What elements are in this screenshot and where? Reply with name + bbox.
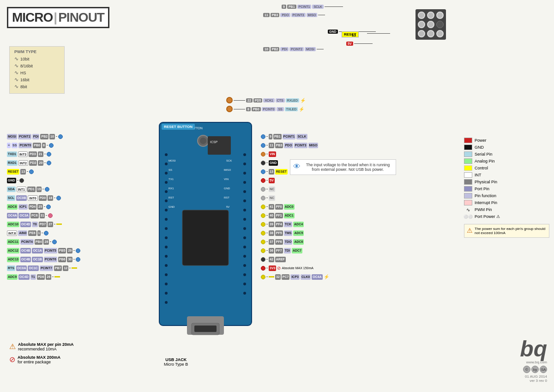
pwm-label-3: HS bbox=[20, 71, 26, 75]
top-5v-label: 5V bbox=[346, 42, 353, 46]
svg-text:RX1: RX1 bbox=[169, 187, 174, 190]
dot-left-18 bbox=[56, 196, 61, 200]
lbl-30: 30 bbox=[67, 257, 72, 262]
pin-mosi2: MOSI bbox=[305, 47, 316, 51]
svg-point-28 bbox=[243, 199, 246, 202]
cc-license-icons: © by SA bbox=[520, 366, 547, 373]
dot-right-38 bbox=[261, 231, 265, 235]
rbl-miso: MISO bbox=[308, 143, 319, 148]
lbl-oc4d2: OC4D bbox=[18, 274, 29, 280]
lbl-pdi: PDI bbox=[32, 134, 40, 139]
rbl-pc7: PC7 bbox=[282, 274, 290, 280]
vin-info-box: 👁 The input voltage to the board when it… bbox=[290, 159, 396, 175]
lbl-pcint5: PCINT5 bbox=[44, 248, 57, 253]
legend-label-interrupt: Interrupt Pin bbox=[475, 200, 497, 205]
lbl-pcint0: PCINT0 bbox=[18, 143, 32, 148]
cc-icon: © bbox=[523, 366, 530, 373]
pin-pdi2: PDI bbox=[280, 47, 289, 51]
dot-8 bbox=[226, 106, 233, 112]
rbl-pb3: PB3 bbox=[275, 143, 283, 148]
legend-color-int bbox=[464, 172, 472, 178]
pin-9-num: 9 bbox=[282, 5, 286, 9]
left-pin-row-21: TXD1 INT3 PD3 21 bbox=[7, 150, 80, 158]
right-pin-row-9: 9 PB1 PCINT1 SCLK bbox=[261, 133, 329, 140]
pin-pb2: PB2 bbox=[271, 47, 280, 51]
rbl-pf1: PF1 bbox=[275, 213, 283, 218]
svg-point-8 bbox=[165, 172, 168, 175]
top-pin-11-row: 11 PB3 PDO PCINT3 MISO bbox=[263, 13, 325, 17]
rbl-pb1: PB1 bbox=[273, 134, 282, 139]
rbl-pf6: PF6 bbox=[275, 239, 283, 245]
reset-line-top bbox=[367, 33, 390, 34]
rbl-clk0: CLK0 bbox=[301, 274, 311, 280]
label-rxled: RXLED bbox=[286, 98, 299, 103]
lbl-pb7: PB7 bbox=[54, 265, 62, 271]
rbl-37: 37 bbox=[269, 239, 274, 245]
svg-rect-5 bbox=[208, 136, 231, 155]
left-pin-row-30: ADC13 OC4B OC1B PCINT6 PB6 30 bbox=[7, 255, 80, 263]
reset-num-top: 13 bbox=[352, 33, 356, 37]
pin-10-num: 10 bbox=[263, 47, 270, 51]
vin-info-text: The input voltage to the board when it i… bbox=[303, 163, 393, 172]
dot-left-31 bbox=[48, 213, 53, 218]
lbl-pb5: PB5 bbox=[58, 248, 66, 253]
footer-date: 01 AUG 2014 bbox=[520, 374, 547, 379]
rbl-adc1: ADC1 bbox=[284, 213, 295, 218]
pin-miso: MISO bbox=[307, 13, 318, 17]
dot-right-32 bbox=[261, 275, 265, 279]
lbl-29: 29 bbox=[67, 248, 72, 253]
legend-pwm: ∿ PWM Pin bbox=[464, 207, 549, 212]
lbl-oc4a: OC4A bbox=[7, 213, 18, 218]
lbl-18: 18 bbox=[48, 195, 53, 201]
title-pinout: PINOUT bbox=[58, 10, 104, 25]
pwm-label-2: 8/16bit bbox=[20, 64, 33, 68]
left-pin-row-12: RTS OC0A OC1C PCINT7 PB7 12 bbox=[7, 264, 80, 272]
footer-version: ver 3 rev 0 bbox=[520, 379, 547, 383]
svg-text:GND: GND bbox=[169, 205, 175, 208]
right-pin-row-36: 36 PF7 TDI ADC7 bbox=[261, 247, 329, 254]
svg-point-9 bbox=[165, 181, 168, 184]
lbl-pcint6: PCINT6 bbox=[44, 257, 57, 262]
dot-right-5v bbox=[261, 178, 265, 183]
line-22a bbox=[234, 100, 245, 101]
dot-right-11 bbox=[261, 143, 265, 148]
lbl-pb0: PB0 bbox=[33, 143, 41, 148]
wave-left-26 bbox=[54, 276, 60, 277]
pin-pcint3: PCINT3 bbox=[291, 13, 306, 17]
right-pin-row-vin: VIN bbox=[261, 150, 329, 158]
icsp-pin-3 bbox=[436, 12, 444, 19]
lbl-pb4: PB4 bbox=[35, 239, 43, 245]
pin-pb3: PB3 bbox=[271, 13, 280, 17]
pwm-label-5: 8bit bbox=[20, 84, 27, 89]
right-pin-row-37: 37 PF6 TDO ADC6 bbox=[261, 238, 329, 246]
pin-sclk: SCLK bbox=[312, 5, 323, 9]
lbl-sda: SDA bbox=[7, 187, 16, 192]
lbl-oc4b2: OC4B bbox=[20, 257, 31, 262]
icsp-pin-8 bbox=[427, 30, 434, 37]
dot-right-vin bbox=[261, 152, 265, 157]
right-pin-row-5v: 5V bbox=[261, 176, 329, 184]
lbl-19: 19 bbox=[36, 187, 42, 192]
legend-color-serial bbox=[464, 151, 472, 157]
wave-32-symbol: ⚡ bbox=[324, 274, 329, 279]
lbl-int6: INT.6 bbox=[7, 230, 17, 236]
rbl-tdo: TDO bbox=[284, 239, 293, 245]
lbl-oc4b: OC4B bbox=[20, 248, 31, 253]
lbl-adc10: ADC10 bbox=[7, 222, 19, 227]
icsp-pin-7 bbox=[418, 30, 425, 37]
dot-left-reset bbox=[29, 169, 34, 174]
wave-left-12 bbox=[72, 267, 77, 269]
lbl-25: 25 bbox=[37, 204, 43, 210]
top-pin-8-row: 8 PB0 PCINT0 SS TXLED ⚡ bbox=[226, 106, 306, 112]
lbl-pd6: PD6 bbox=[37, 274, 45, 280]
warning-icon-100ma: ⚠ bbox=[467, 227, 473, 234]
no-symbol: ⊘ bbox=[277, 265, 281, 271]
svg-text:MISO: MISO bbox=[224, 169, 231, 171]
rbl-adc4: ADC4 bbox=[293, 222, 304, 227]
rbl-aref: AREF bbox=[275, 257, 286, 262]
svg-point-35 bbox=[243, 264, 246, 267]
legend-label-analog: Analog Pin bbox=[475, 159, 495, 163]
bq-logo: bq bbox=[520, 338, 547, 360]
lbl-28: 28 bbox=[43, 239, 49, 245]
legend-label-pwm: PWM Pin bbox=[475, 207, 492, 212]
